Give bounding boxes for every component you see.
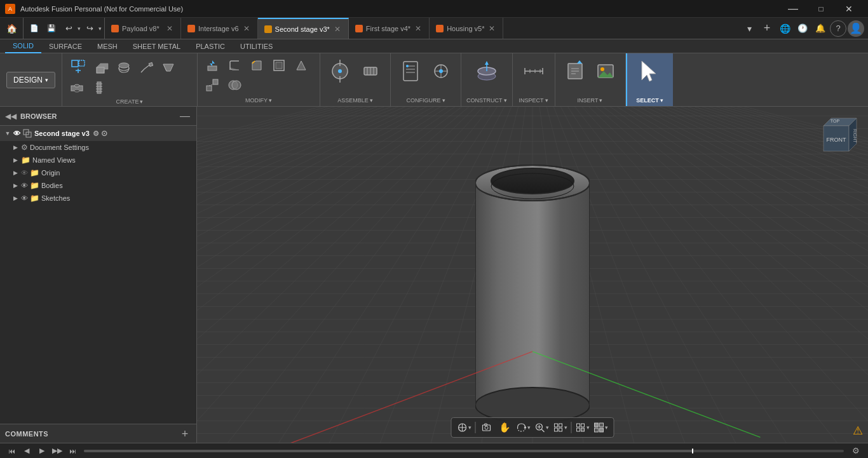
configure-button[interactable] (396, 56, 425, 86)
fillet-button[interactable] (224, 56, 245, 75)
named-views-expand-icon[interactable]: ▶ (11, 156, 19, 164)
undo-button[interactable]: ↩ (60, 20, 77, 37)
tree-item-named-views[interactable]: ▶ 📁 Named Views (0, 154, 196, 166)
mode-tab-solid[interactable]: SOLID (5, 39, 41, 53)
orbit-button[interactable]: ▾ (515, 421, 532, 434)
inspect-group-arrow[interactable]: ▾ (545, 97, 548, 104)
tab-dropdown-button[interactable]: ▾ (741, 20, 757, 37)
joint-button[interactable] (325, 56, 355, 86)
status-settings-button[interactable]: ⚙ (849, 444, 863, 458)
capture-button[interactable] (478, 419, 496, 436)
bodies-visibility-icon[interactable]: 👁 (21, 182, 28, 189)
tab-housing[interactable]: Housing v5* ✕ (430, 18, 503, 39)
tab-housing-close[interactable]: ✕ (487, 24, 496, 33)
tab-interstage-close[interactable]: ✕ (242, 24, 251, 33)
tab-payload-close[interactable]: ✕ (165, 24, 174, 33)
construct-group-arrow[interactable]: ▾ (504, 97, 507, 104)
timeline-play-button[interactable]: ▶ (36, 445, 48, 457)
tab-first-stage[interactable]: First stage v4* ✕ (349, 18, 430, 39)
tab-interstage[interactable]: Interstage v6 ✕ (181, 18, 258, 39)
undo-arrow[interactable]: ▾ (78, 25, 81, 32)
online-button[interactable]: 🌐 (776, 20, 793, 37)
thread-button[interactable] (88, 78, 110, 97)
configure-group-arrow[interactable]: ▾ (442, 97, 445, 104)
browser-collapse-button[interactable]: — (179, 110, 191, 123)
scale-button[interactable] (201, 76, 223, 95)
sweep-button[interactable] (135, 58, 157, 77)
modify-group-arrow[interactable]: ▾ (269, 97, 272, 104)
combine-button[interactable] (224, 76, 245, 95)
hole-button[interactable] (66, 78, 88, 97)
mode-tab-surface[interactable]: SURFACE (41, 39, 90, 53)
mode-tab-sheet-metal[interactable]: SHEET METAL (125, 39, 188, 53)
draft-button[interactable] (290, 56, 312, 75)
minimize-button[interactable]: — (779, 0, 807, 18)
mode-tab-plastic[interactable]: PLASTIC (188, 39, 233, 53)
root-settings-icon[interactable]: ⊙ (101, 129, 107, 138)
tree-item-doc-settings[interactable]: ▶ ⚙ Document Settings (0, 141, 196, 154)
tab-second-stage-close[interactable]: ✕ (333, 25, 342, 34)
offset-plane-button[interactable] (471, 56, 503, 86)
redo-arrow[interactable]: ▾ (98, 25, 102, 32)
redo-button[interactable]: ↪ (81, 20, 98, 37)
assemble-group-arrow[interactable]: ▾ (370, 97, 373, 104)
root-visibility-icon[interactable]: 👁 (13, 130, 20, 137)
root-gear-icon[interactable]: ⚙ (93, 130, 99, 138)
measure-button[interactable] (518, 56, 550, 86)
tree-item-root[interactable]: ▼ 👁 Second stage v3 ⚙ ⊙ (0, 126, 196, 141)
revolve-button[interactable] (113, 58, 135, 77)
close-button[interactable]: ✕ (835, 0, 863, 18)
insert-group-arrow[interactable]: ▾ (599, 97, 602, 104)
mode-tab-utilities[interactable]: UTILITIES (233, 39, 280, 53)
insert-derive-button[interactable] (560, 56, 590, 86)
extrude-button[interactable] (91, 58, 112, 77)
zoom-button[interactable]: ▾ (533, 421, 551, 434)
new-file-button[interactable]: 📄 (26, 20, 43, 37)
comments-add-button[interactable]: + (179, 428, 191, 440)
origin-visibility-icon[interactable]: 👁 (21, 169, 28, 177)
bodies-expand-icon[interactable]: ▶ (11, 182, 19, 189)
configure-2-button[interactable] (426, 56, 456, 86)
origin-expand-icon[interactable]: ▶ (11, 169, 19, 177)
pan-button[interactable]: ✋ (496, 419, 514, 436)
user-button[interactable]: 👤 (848, 20, 864, 37)
save-button[interactable]: 💾 (43, 20, 60, 37)
fit-button[interactable]: ▾ (552, 421, 569, 434)
tree-item-bodies[interactable]: ▶ 👁 📁 Bodies (0, 179, 196, 192)
tab-first-stage-close[interactable]: ✕ (414, 24, 423, 33)
tree-item-sketches[interactable]: ▶ 👁 📁 Sketches (0, 192, 196, 205)
add-tab-button[interactable]: + (759, 20, 775, 37)
timeline-next-button[interactable]: ▶▶ (51, 445, 64, 457)
doc-settings-expand-icon[interactable]: ▶ (11, 144, 19, 151)
grid-button[interactable]: ▾ (574, 421, 592, 434)
help-button[interactable]: ? (830, 20, 846, 37)
timeline-beginning-button[interactable]: ⏮ (5, 445, 18, 457)
design-button[interactable]: DESIGN ▾ (6, 72, 55, 88)
press-pull-button[interactable] (201, 56, 223, 75)
tab-payload[interactable]: Payload v8* ✕ (105, 18, 181, 39)
snap-button[interactable]: ▾ (456, 421, 473, 434)
display-button[interactable]: ▾ (592, 421, 610, 434)
notifications-button[interactable]: 🔔 (812, 20, 829, 37)
history-button[interactable]: 🕐 (794, 20, 811, 37)
sketches-visibility-icon[interactable]: 👁 (21, 194, 28, 202)
select-button[interactable] (632, 56, 668, 90)
timeline-prev-button[interactable]: ◀ (20, 445, 33, 457)
select-group-arrow[interactable]: ▾ (660, 97, 663, 104)
create-group-arrow[interactable]: ▾ (140, 98, 143, 105)
maximize-button[interactable]: □ (807, 0, 835, 18)
chamfer-button[interactable] (246, 56, 268, 75)
tree-item-origin[interactable]: ▶ 👁 📁 Origin (0, 166, 196, 179)
root-expand-icon[interactable]: ▼ (4, 130, 11, 137)
timeline-track[interactable] (84, 450, 844, 452)
rigid-group-button[interactable] (356, 56, 385, 86)
new-component-button[interactable] (66, 56, 90, 77)
shell-button[interactable] (268, 56, 290, 75)
loft-button[interactable] (158, 58, 179, 77)
home-button[interactable]: 🏠 (4, 21, 19, 36)
warning-icon[interactable]: ⚠ (853, 424, 863, 438)
timeline-end-button[interactable]: ⏭ (66, 445, 79, 457)
mode-tab-mesh[interactable]: MESH (90, 39, 125, 53)
insert-image-button[interactable] (591, 56, 620, 86)
tab-second-stage[interactable]: Second stage v3* ✕ (258, 18, 349, 39)
